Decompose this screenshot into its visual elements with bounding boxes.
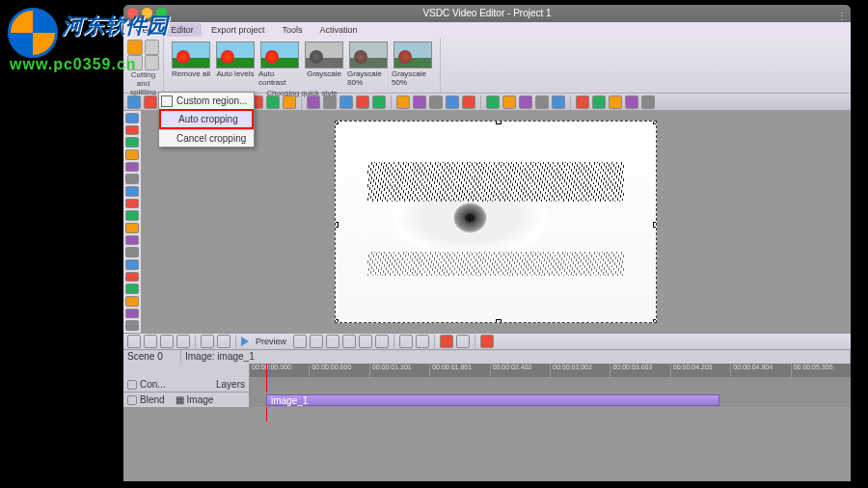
toolbar-icon[interactable] bbox=[372, 95, 386, 109]
toolbar-icon[interactable] bbox=[266, 95, 280, 109]
toolbar-icon[interactable] bbox=[283, 95, 296, 109]
tab-activation[interactable]: Activation bbox=[312, 23, 365, 37]
left-tool-icon[interactable] bbox=[125, 309, 139, 319]
left-tool-icon[interactable] bbox=[125, 174, 139, 184]
scene-label[interactable]: Scene 0 bbox=[123, 350, 181, 364]
left-tool-icon[interactable] bbox=[125, 223, 139, 233]
toolbar-icon[interactable] bbox=[535, 95, 549, 109]
left-tool-icon[interactable] bbox=[125, 149, 139, 160]
crop-icon[interactable] bbox=[127, 40, 143, 55]
goto-end-icon[interactable] bbox=[375, 335, 389, 348]
toolbar-icon[interactable] bbox=[446, 95, 459, 109]
tab-view[interactable]: View bbox=[127, 23, 161, 37]
expand-icon[interactable] bbox=[127, 380, 137, 390]
resize-handle-e[interactable] bbox=[653, 222, 657, 228]
toolbar-icon[interactable] bbox=[592, 95, 606, 109]
toolbar-icon[interactable] bbox=[609, 95, 622, 109]
toolbar-icon[interactable] bbox=[625, 95, 638, 109]
toolbar-icon[interactable] bbox=[144, 95, 157, 109]
resize-handle-nw[interactable] bbox=[335, 121, 339, 124]
left-tool-icon[interactable] bbox=[125, 259, 139, 270]
left-tool-icon[interactable] bbox=[125, 272, 139, 283]
toolbar-icon[interactable] bbox=[429, 95, 443, 109]
resize-handle-sw[interactable] bbox=[335, 319, 339, 323]
fit-icon[interactable] bbox=[160, 335, 174, 348]
toolbar-icon[interactable] bbox=[552, 95, 565, 109]
dropdown-custom-region[interactable]: Custom region... bbox=[159, 93, 254, 109]
timeline-clip[interactable]: image_1 bbox=[266, 394, 719, 406]
region-icon[interactable] bbox=[416, 335, 429, 348]
toolbar-icon[interactable] bbox=[323, 95, 337, 109]
resize-handle-se[interactable] bbox=[653, 319, 657, 323]
rotate-icon[interactable] bbox=[145, 55, 160, 70]
timeline-ruler[interactable]: 00:00:00.00000:00:00.60000:00:01.20100:0… bbox=[249, 364, 851, 377]
tab-export[interactable]: Export project bbox=[203, 23, 273, 37]
left-tool-icon[interactable] bbox=[125, 296, 139, 307]
quickstyle-2[interactable]: Auto contrast bbox=[258, 41, 301, 87]
toolbar-icon[interactable] bbox=[519, 95, 532, 109]
visibility-icon[interactable] bbox=[127, 395, 137, 405]
preview-frame[interactable] bbox=[335, 121, 657, 323]
quickstyle-5[interactable]: Grayscale 50% bbox=[392, 41, 434, 87]
quickstyle-0[interactable]: Remove all bbox=[170, 41, 212, 87]
next-frame-icon[interactable] bbox=[359, 335, 372, 348]
quickstyle-4[interactable]: Grayscale 80% bbox=[347, 41, 390, 87]
toolbar-icon[interactable] bbox=[339, 95, 353, 109]
play-button[interactable] bbox=[241, 337, 249, 346]
resize-handle-n[interactable] bbox=[496, 121, 502, 124]
track-area[interactable] bbox=[249, 377, 851, 392]
resize-handle-w[interactable] bbox=[335, 222, 339, 228]
quickstyle-3[interactable]: Grayscale bbox=[303, 41, 345, 87]
timeline-row-label[interactable]: Con... Layers bbox=[123, 377, 249, 392]
left-tool-icon[interactable] bbox=[125, 247, 139, 258]
zoom-out-icon[interactable] bbox=[144, 335, 157, 348]
quickstyle-1[interactable]: Auto levels bbox=[214, 41, 257, 87]
loop-icon[interactable] bbox=[201, 335, 214, 348]
prev-frame-icon[interactable] bbox=[310, 335, 323, 348]
toolbar-icon[interactable] bbox=[462, 95, 475, 109]
tab-tools[interactable]: Tools bbox=[274, 23, 310, 37]
timeline-row-label[interactable]: Blend ▦ Image bbox=[123, 393, 249, 407]
left-tool-icon[interactable] bbox=[125, 186, 139, 197]
snap-icon[interactable] bbox=[176, 335, 190, 348]
marker-icon[interactable] bbox=[399, 335, 413, 348]
toolbar-icon[interactable] bbox=[413, 95, 426, 109]
titlebar-right-icon[interactable]: ⋮ bbox=[837, 8, 847, 25]
split-icon[interactable] bbox=[127, 55, 143, 70]
toolbar-icon[interactable] bbox=[641, 95, 655, 109]
resize-handle-ne[interactable] bbox=[653, 121, 657, 124]
resize-handle-s[interactable] bbox=[496, 319, 502, 323]
left-tool-icon[interactable] bbox=[125, 199, 139, 209]
left-tool-icon[interactable] bbox=[125, 284, 139, 294]
toolbar-icon[interactable] bbox=[576, 95, 589, 109]
cut-icon[interactable] bbox=[145, 40, 160, 55]
step-fwd-icon[interactable] bbox=[342, 335, 356, 348]
dropdown-cancel-cropping[interactable]: Cancel cropping bbox=[159, 129, 254, 147]
maximize-icon[interactable] bbox=[156, 8, 167, 18]
left-tool-icon[interactable] bbox=[125, 162, 139, 173]
zoom-in-icon[interactable] bbox=[127, 335, 141, 348]
left-tool-icon[interactable] bbox=[125, 125, 139, 136]
toolbar-icon[interactable] bbox=[486, 95, 500, 109]
toolbar-icon[interactable] bbox=[127, 95, 141, 109]
left-tool-icon[interactable] bbox=[125, 137, 139, 148]
goto-start-icon[interactable] bbox=[293, 335, 307, 348]
left-tool-icon[interactable] bbox=[125, 320, 139, 331]
left-tool-icon[interactable] bbox=[125, 210, 139, 221]
mute-icon[interactable] bbox=[217, 335, 231, 348]
tool-icon[interactable] bbox=[456, 335, 470, 348]
close-icon[interactable] bbox=[127, 8, 138, 18]
left-tool-icon[interactable] bbox=[125, 113, 139, 123]
step-back-icon[interactable] bbox=[326, 335, 339, 348]
track-area[interactable]: image_1 bbox=[249, 393, 851, 407]
toolbar-icon[interactable] bbox=[356, 95, 369, 109]
toolbar-icon[interactable] bbox=[502, 95, 516, 109]
delete-icon[interactable] bbox=[440, 335, 453, 348]
toolbar-icon[interactable] bbox=[396, 95, 410, 109]
left-tool-icon[interactable] bbox=[125, 235, 139, 246]
remove-icon[interactable] bbox=[480, 335, 494, 348]
tab-editor[interactable]: Editor bbox=[163, 23, 202, 37]
toolbar-icon[interactable] bbox=[307, 95, 320, 109]
dropdown-auto-cropping[interactable]: Auto cropping bbox=[159, 109, 254, 129]
minimize-icon[interactable] bbox=[142, 8, 152, 18]
